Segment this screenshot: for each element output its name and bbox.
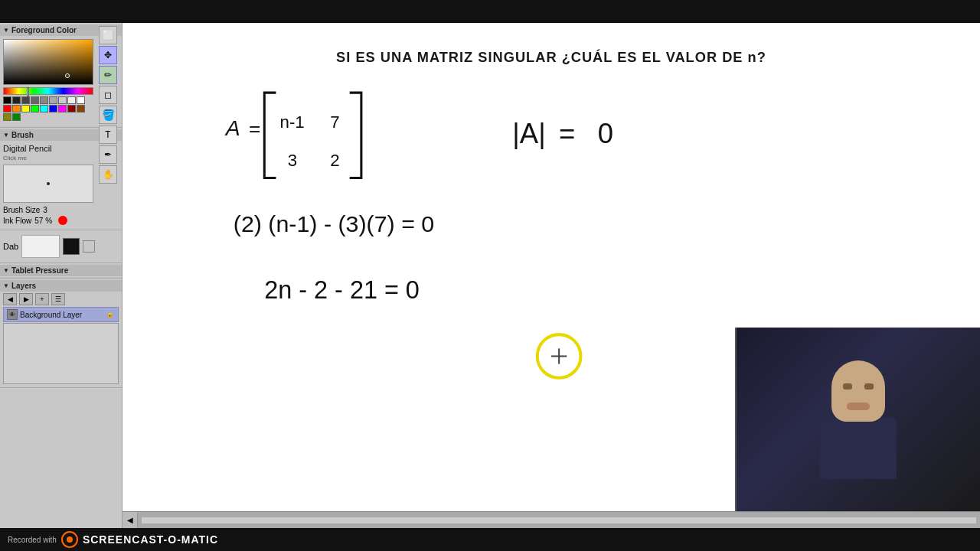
eyedropper-icon[interactable]: ✒ [99,145,117,164]
swatch-dark1[interactable] [12,96,21,104]
dab-controls: Dab [0,232,122,261]
svg-text:7: 7 [330,112,339,132]
swatch-darkred[interactable] [67,105,76,112]
person-body [820,418,897,479]
person-head [831,360,885,422]
brush-size-row: Brush Size 3 [3,206,119,214]
move-icon[interactable]: ✥ [99,46,117,64]
hue-slider[interactable] [27,87,29,96]
ink-flow-value: 57 % [34,217,52,225]
canvas-area: SI ES UNA MATRIZ SINGULAR ¿CUÁL ES EL VA… [122,23,980,528]
color-picker-dot [65,73,70,78]
svg-text:0: 0 [598,118,613,149]
eraser-icon[interactable]: ◻ [99,86,117,104]
brush-size-label: Brush Size [3,206,40,214]
brush-section-label: Brush [11,131,34,139]
canvas-horizontal-scrollbar: ◀ [122,511,980,528]
swatch-olive[interactable] [3,113,11,121]
background-layer-item[interactable]: 👁 Background Layer 🔒 [3,307,119,322]
dab-layers-icon[interactable] [83,240,95,253]
swatch-light1[interactable] [58,96,67,104]
dab-section: Dab [0,230,122,263]
brush-preview[interactable] [3,165,93,203]
ink-flow-row: Ink Flow 57 % [3,216,119,225]
webcam-overlay [735,328,980,511]
dab-label: Dab [3,242,18,251]
ink-flow-stop-button[interactable] [58,216,67,225]
svg-text:(2) (n-1) - (3)(7) = 0: (2) (n-1) - (3)(7) = 0 [234,210,434,236]
collapse-arrow-tablet: ▼ [3,267,9,274]
layer-lock-icon[interactable]: 🔒 [106,310,115,319]
layers-label: Layers [11,282,36,290]
swatch-blue[interactable] [49,105,57,112]
svg-text:3: 3 [288,151,297,170]
hue-bar[interactable] [3,87,93,95]
top-bar [0,0,980,23]
swatch-gray1[interactable] [31,96,39,104]
color-gradient[interactable] [3,39,93,85]
person-silhouette [820,360,897,479]
scroll-track[interactable] [141,517,977,524]
svg-text:2n - 2 - 21  = 0: 2n - 2 - 21 = 0 [264,276,420,304]
swatch-orange[interactable] [12,105,21,112]
screencast-inner-dot [67,536,73,543]
bottom-bar: Recorded with SCREENCAST-O-MATIC [0,528,980,551]
webcam-video [737,328,980,511]
screencast-logo: Recorded with SCREENCAST-O-MATIC [8,531,218,548]
collapse-arrow-foreground: ▼ [3,27,9,34]
layers-header[interactable]: ▼ Layers [0,280,122,292]
layers-list-empty [3,323,119,384]
background-layer-label: Background Layer [20,311,82,319]
layers-section: ▼ Layers ◀ ▶ + ☰ 👁 Background Layer 🔒 [0,279,122,388]
layer-visibility-icon[interactable]: 👁 [7,309,18,320]
layer-add-btn[interactable]: + [35,293,49,305]
tablet-pressure-header[interactable]: ▼ Tablet Pressure [0,265,122,276]
layer-right-btn[interactable]: ▶ [19,293,33,305]
brush-size-value: 3 [43,206,47,214]
svg-text:SI ES UNA MATRIZ SINGULAR ¿CUÁ: SI ES UNA MATRIZ SINGULAR ¿CUÁL ES EL VA… [336,49,766,65]
screencast-icon [61,531,78,548]
collapse-arrow-brush: ▼ [3,132,9,139]
layer-left-btn[interactable]: ◀ [3,293,17,305]
swatch-cyan[interactable] [40,105,48,112]
color-fill-icon[interactable]: 🪣 [99,106,117,124]
layers-toolbar: ◀ ▶ + ☰ [3,293,119,305]
layer-menu-btn[interactable]: ☰ [51,293,65,305]
tablet-pressure-label: Tablet Pressure [11,266,68,275]
swatch-yellow[interactable] [21,105,30,112]
swatch-brown[interactable] [77,105,85,112]
scroll-left-arrow[interactable]: ◀ [122,512,138,529]
svg-text:n-1: n-1 [280,112,305,132]
ink-flow-label: Ink Flow [3,217,31,225]
collapse-arrow-layers: ▼ [3,282,9,289]
recorded-with-text: Recorded with [8,536,57,544]
svg-text:2: 2 [330,151,339,170]
swatch-dark2[interactable] [21,96,30,104]
select-icon[interactable]: ⬜ [99,26,117,44]
svg-text:|A|: |A| [512,118,545,149]
swatch-darkgreen[interactable] [12,113,21,121]
svg-text:=: = [249,117,260,140]
tablet-pressure-section: ▼ Tablet Pressure [0,263,122,279]
swatch-gray2[interactable] [40,96,48,104]
swatch-gray3[interactable] [49,96,57,104]
swatch-white[interactable] [77,96,85,104]
swatch-magenta[interactable] [58,105,67,112]
brand-name-text: SCREENCAST-O-MATIC [83,533,218,546]
svg-text:A: A [224,116,240,140]
hand-icon[interactable]: ✋ [99,165,117,184]
dab-color-swatch[interactable] [63,238,80,255]
color-swatches [3,96,93,121]
tool-icons-panel: ⬜ ✥ ✏ ◻ 🪣 T ✒ ✋ [96,23,119,184]
swatch-black[interactable] [3,96,11,104]
brush-icon[interactable]: ✏ [99,66,117,84]
swatch-green[interactable] [31,105,39,112]
foreground-color-label: Foreground Color [11,26,77,34]
swatch-red[interactable] [3,105,11,112]
svg-text:=: = [559,118,575,149]
brush-dot [47,182,50,185]
text-icon[interactable]: T [99,126,117,144]
dab-preview[interactable] [21,235,60,258]
swatch-light2[interactable] [67,96,76,104]
